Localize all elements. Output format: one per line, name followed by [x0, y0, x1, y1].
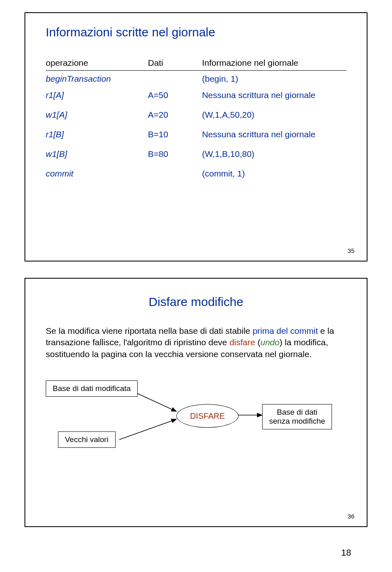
table-row: commit (commit, 1) — [46, 162, 346, 182]
cell-info: (commit, 1) — [202, 162, 346, 182]
th-op: operazione — [46, 56, 148, 71]
box-senza: Base di dati senza modifiche — [262, 404, 332, 429]
cell-info: Nessuna scrittura nel giornale — [202, 87, 346, 103]
box-modificata: Base di dati modificata — [46, 380, 138, 397]
diagram: Base di dati modificata Vecchi valori DI… — [46, 376, 346, 470]
table-row: w1[A] A=20 (W,1,A,50,20) — [46, 103, 346, 123]
table-header-row: operazione Dati Informazione nel giornal… — [46, 56, 346, 71]
slide2-paragraph: Se la modifica viene riportata nella bas… — [46, 325, 346, 360]
table-row: r1[B] B=10 Nessuna scrittura nel giornal… — [46, 123, 346, 143]
text-mid2: ( — [258, 337, 261, 347]
slide1-title: Informazioni scritte nel giornale — [46, 25, 346, 39]
svg-line-2 — [119, 419, 176, 440]
box-senza-line2: senza modifiche — [269, 417, 325, 425]
slide-1: Informazioni scritte nel giornale operaz… — [24, 12, 368, 261]
cell-dati — [148, 162, 202, 182]
oval-disfare: DISFARE — [176, 404, 238, 428]
cell-op: r1[A] — [46, 87, 148, 103]
cell-info: Nessuna scrittura nel giornale — [202, 123, 346, 143]
slide-2: Disfare modifiche Se la modifica viene r… — [24, 278, 368, 527]
box-vecchi: Vecchi valori — [58, 431, 116, 448]
svg-line-1 — [136, 393, 176, 411]
text-blue: prima del commit — [253, 326, 321, 335]
slide2-number: 36 — [347, 513, 354, 520]
cell-op: beginTransaction — [46, 71, 148, 87]
table-row: r1[A] A=50 Nessuna scrittura nel giornal… — [46, 87, 346, 103]
cell-op: w1[B] — [46, 143, 148, 162]
page-number: 18 — [24, 543, 368, 558]
cell-op: w1[A] — [46, 103, 148, 123]
cell-dati: B=10 — [148, 123, 202, 143]
table-row: w1[B] B=80 (W,1,B,10,80) — [46, 143, 346, 162]
info-table: operazione Dati Informazione nel giornal… — [46, 56, 346, 182]
slide1-number: 35 — [347, 247, 354, 254]
cell-info: (begin, 1) — [202, 71, 346, 87]
cell-dati: A=20 — [148, 103, 202, 123]
box-senza-line1: Base di dati — [277, 408, 317, 416]
cell-dati — [148, 71, 202, 87]
cell-info: (W,1,B,10,80) — [202, 143, 346, 162]
text-red: disfare — [229, 337, 258, 347]
cell-op: r1[B] — [46, 123, 148, 143]
page: Informazioni scritte nel giornale operaz… — [0, 0, 392, 562]
cell-op: commit — [46, 162, 148, 182]
th-info: Informazione nel giornale — [202, 56, 346, 71]
cell-dati: B=80 — [148, 143, 202, 162]
table-row: beginTransaction (begin, 1) — [46, 71, 346, 87]
cell-dati: A=50 — [148, 87, 202, 103]
cell-info: (W,1,A,50,20) — [202, 103, 346, 123]
text-pre: Se la modifica viene riportata nella bas… — [46, 326, 253, 335]
th-dati: Dati — [148, 56, 202, 71]
text-green: undo — [261, 337, 280, 347]
slide2-title: Disfare modifiche — [46, 295, 346, 309]
